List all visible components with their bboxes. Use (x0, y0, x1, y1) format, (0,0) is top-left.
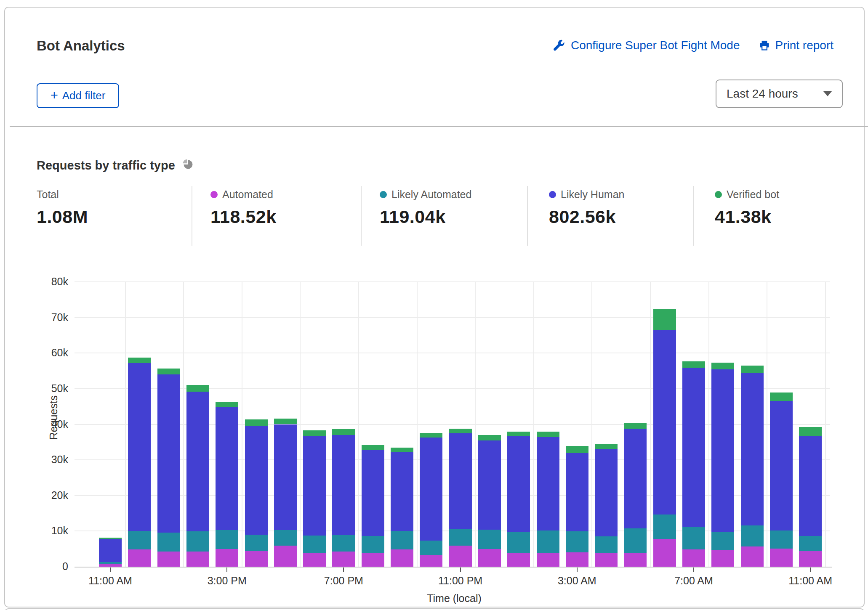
bar-segment-likely-automated[interactable] (478, 530, 501, 549)
bar-segment-likely-automated[interactable] (537, 530, 559, 553)
bar-segment-likely-human[interactable] (653, 330, 676, 514)
bar-segment-likely-automated[interactable] (128, 531, 151, 550)
bar-segment-automated[interactable] (507, 553, 530, 567)
bar-segment-likely-human[interactable] (595, 449, 618, 536)
bar-segment-likely-automated[interactable] (741, 525, 764, 546)
print-report-link[interactable]: Print report (759, 39, 834, 52)
bar-segment-likely-automated[interactable] (216, 530, 238, 549)
bar-segment-likely-automated[interactable] (245, 535, 268, 551)
bar-segment-likely-automated[interactable] (682, 527, 705, 549)
bar-segment-automated[interactable] (799, 551, 822, 567)
bar-segment-verified-bot[interactable] (478, 435, 501, 441)
bar-segment-likely-human[interactable] (507, 436, 530, 532)
bar-segment-automated[interactable] (274, 546, 297, 567)
bar-segment-verified-bot[interactable] (245, 419, 268, 426)
bar-segment-likely-automated[interactable] (186, 531, 209, 551)
bar-segment-likely-human[interactable] (449, 433, 472, 529)
bar-segment-likely-human[interactable] (566, 453, 588, 531)
bar-segment-automated[interactable] (245, 551, 268, 567)
bar-segment-likely-automated[interactable] (157, 533, 180, 552)
bar-segment-likely-human[interactable] (624, 429, 647, 528)
bar-segment-verified-bot[interactable] (595, 444, 618, 449)
bar-segment-automated[interactable] (332, 552, 355, 567)
bar-segment-likely-automated[interactable] (770, 530, 793, 549)
bar-segment-automated[interactable] (653, 539, 676, 567)
bar-segment-likely-human[interactable] (420, 438, 442, 541)
bar-segment-verified-bot[interactable] (216, 402, 238, 407)
bar-segment-verified-bot[interactable] (799, 427, 822, 436)
bar-segment-automated[interactable] (186, 552, 209, 567)
bar-segment-verified-bot[interactable] (99, 538, 122, 539)
bar-segment-verified-bot[interactable] (391, 448, 413, 452)
bar-segment-likely-automated[interactable] (362, 536, 384, 553)
bar-segment-verified-bot[interactable] (274, 419, 297, 424)
bar-segment-automated[interactable] (478, 549, 501, 567)
bar-segment-verified-bot[interactable] (186, 385, 209, 392)
bar-segment-likely-automated[interactable] (711, 532, 734, 550)
bar-segment-verified-bot[interactable] (770, 393, 793, 400)
bar-segment-verified-bot[interactable] (566, 446, 588, 453)
time-range-dropdown[interactable]: Last 24 hours (716, 80, 843, 108)
bar-segment-verified-bot[interactable] (157, 369, 180, 374)
bar-segment-likely-automated[interactable] (799, 536, 822, 551)
bar-segment-verified-bot[interactable] (332, 429, 355, 435)
bar-segment-automated[interactable] (362, 553, 384, 567)
bar-segment-likely-human[interactable] (332, 435, 355, 535)
bar-segment-verified-bot[interactable] (537, 432, 559, 437)
bar-segment-likely-human[interactable] (682, 368, 705, 527)
bar-segment-likely-human[interactable] (157, 374, 180, 533)
bar-segment-likely-human[interactable] (128, 363, 151, 531)
bar-segment-automated[interactable] (391, 549, 413, 567)
bar-segment-verified-bot[interactable] (362, 445, 384, 450)
bar-segment-verified-bot[interactable] (624, 423, 647, 429)
add-filter-button[interactable]: + Add filter (37, 83, 119, 108)
bar-segment-likely-human[interactable] (186, 392, 209, 531)
bar-segment-automated[interactable] (566, 552, 588, 567)
bar-segment-likely-automated[interactable] (624, 528, 647, 553)
bar-segment-likely-human[interactable] (99, 539, 122, 562)
bar-segment-verified-bot[interactable] (507, 432, 530, 436)
bar-segment-automated[interactable] (303, 553, 326, 567)
bar-segment-verified-bot[interactable] (128, 358, 151, 363)
bar-segment-likely-human[interactable] (391, 452, 413, 531)
bar-segment-verified-bot[interactable] (449, 429, 472, 433)
bar-segment-verified-bot[interactable] (741, 366, 764, 373)
bar-segment-automated[interactable] (682, 549, 705, 567)
bar-segment-likely-human[interactable] (478, 440, 501, 530)
bar-segment-automated[interactable] (624, 553, 647, 567)
bar-segment-likely-human[interactable] (770, 401, 793, 530)
configure-super-bot-fight-mode-link[interactable]: Configure Super Bot Fight Mode (554, 39, 740, 52)
bar-segment-automated[interactable] (537, 553, 559, 567)
bar-segment-likely-human[interactable] (245, 426, 268, 535)
bar-segment-automated[interactable] (770, 549, 793, 567)
bar-segment-likely-human[interactable] (537, 437, 559, 530)
bar-segment-likely-human[interactable] (274, 424, 297, 530)
bar-segment-likely-automated[interactable] (99, 562, 122, 564)
bar-segment-likely-automated[interactable] (274, 530, 297, 546)
bar-segment-verified-bot[interactable] (682, 361, 705, 368)
bar-segment-likely-automated[interactable] (507, 532, 530, 553)
bar-segment-likely-automated[interactable] (332, 535, 355, 552)
bar-segment-verified-bot[interactable] (303, 430, 326, 436)
bar-segment-likely-automated[interactable] (595, 536, 618, 553)
bar-segment-likely-human[interactable] (303, 436, 326, 535)
bar-segment-automated[interactable] (711, 550, 734, 567)
bar-segment-verified-bot[interactable] (711, 363, 734, 369)
bar-segment-likely-human[interactable] (799, 436, 822, 536)
bar-segment-automated[interactable] (128, 549, 151, 567)
bar-segment-likely-automated[interactable] (303, 536, 326, 553)
bar-segment-likely-automated[interactable] (449, 529, 472, 546)
bar-segment-automated[interactable] (595, 553, 618, 567)
bar-segment-verified-bot[interactable] (420, 433, 442, 438)
bar-segment-likely-human[interactable] (741, 373, 764, 525)
bar-segment-automated[interactable] (420, 555, 442, 567)
bar-segment-likely-automated[interactable] (420, 541, 442, 555)
bar-segment-likely-automated[interactable] (653, 515, 676, 539)
bar-segment-likely-automated[interactable] (566, 531, 588, 552)
bar-segment-automated[interactable] (216, 549, 238, 567)
bar-segment-likely-human[interactable] (362, 450, 384, 536)
bar-segment-automated[interactable] (449, 546, 472, 567)
bar-segment-likely-human[interactable] (216, 407, 238, 530)
bar-segment-verified-bot[interactable] (653, 309, 676, 330)
bar-segment-likely-human[interactable] (711, 369, 734, 532)
